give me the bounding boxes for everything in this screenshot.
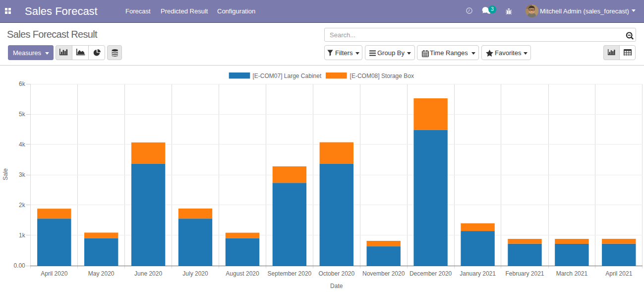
- svg-text:4k: 4k: [19, 141, 26, 148]
- svg-text:June 2020: June 2020: [134, 270, 162, 277]
- svg-text:1k: 1k: [19, 232, 26, 239]
- svg-text:6k: 6k: [19, 80, 26, 87]
- svg-text:August 2020: August 2020: [226, 270, 259, 277]
- svg-text:July 2020: July 2020: [182, 270, 208, 277]
- svg-text:[E-COM07] Large Cabinet: [E-COM07] Large Cabinet: [253, 73, 322, 79]
- svg-text:April 2021: April 2021: [605, 270, 632, 277]
- svg-text:March 2021: March 2021: [556, 270, 588, 277]
- svg-text:2k: 2k: [19, 202, 26, 209]
- svg-text:November 2020: November 2020: [362, 270, 405, 277]
- svg-text:September 2020: September 2020: [268, 270, 312, 277]
- svg-text:Date: Date: [330, 283, 343, 290]
- svg-text:January 2021: January 2021: [460, 270, 496, 277]
- svg-text:December 2020: December 2020: [410, 270, 452, 277]
- svg-text:Sale: Sale: [2, 168, 9, 180]
- svg-text:May 2020: May 2020: [88, 270, 115, 277]
- svg-text:0.00: 0.00: [13, 262, 25, 269]
- svg-text:3k: 3k: [19, 171, 26, 178]
- svg-text:April 2020: April 2020: [41, 270, 67, 277]
- svg-text:[E-COM08] Storage Box: [E-COM08] Storage Box: [350, 73, 414, 79]
- svg-text:5k: 5k: [19, 111, 26, 118]
- svg-text:October 2020: October 2020: [318, 270, 354, 277]
- svg-text:February 2021: February 2021: [505, 270, 544, 277]
